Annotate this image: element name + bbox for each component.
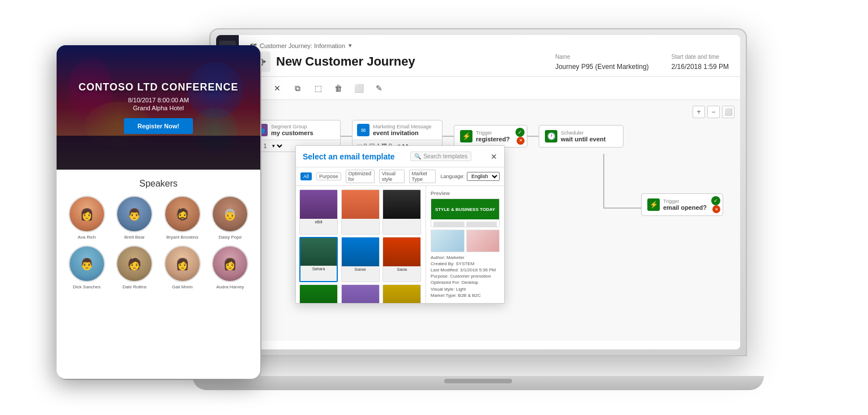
filter-purpose[interactable]: Purpose [316, 172, 341, 180]
node-dropdown[interactable]: ▾ [270, 142, 284, 149]
modal-title: Select an email template [303, 152, 395, 161]
start-date-value: 2/16/2018 1:59 PM [672, 63, 729, 71]
avatar: 👵 [212, 196, 248, 232]
x-badge: ✕ [517, 137, 525, 145]
title-row: New Customer Journey Name Journey P95 (E… [250, 51, 729, 72]
email-icon: ✉ [357, 124, 369, 136]
toolbar-paste-button[interactable]: ⬚ [311, 81, 325, 95]
speaker-name: Gail Morin [172, 284, 192, 289]
template-thumb[interactable]: Soiree [341, 237, 380, 282]
preview-info: Author: Marketer Created By: SYSTEM Last… [431, 254, 500, 299]
toolbar-remove-button[interactable]: ✕ [270, 81, 284, 95]
register-button[interactable]: Register Now! [124, 118, 193, 134]
preview-header: STYLE & BUSINESS TODAY [431, 199, 499, 219]
check-badge: ✓ [711, 196, 720, 205]
breadcrumb: 🗺 Customer Journey: Information ▾ [250, 42, 729, 49]
speaker-item: 👨 Brett Bear [114, 196, 156, 240]
language-selector: Language: English [440, 172, 500, 181]
laptop-body: ☰ ◉ ⋯ 🗺 Customer Journey: Information ▾ [209, 28, 747, 356]
preview-body [431, 219, 499, 227]
modal-search[interactable]: 🔍 Search templates [410, 152, 471, 161]
toolbar-image-button[interactable]: ⬜ [352, 81, 366, 95]
preview-large: STYLE & BUSINESS TODAY [431, 198, 500, 227]
trigger-icon: ⚡ [460, 130, 472, 142]
crm-toolbar: + ✕ ⧉ ⬚ 🗑 ⬜ ✎ [239, 77, 740, 100]
speaker-item: 🧑 Dale Rollins [114, 245, 156, 289]
avatar: 👨 [116, 196, 153, 232]
x-badge: ✕ [712, 205, 720, 213]
modal-close-button[interactable]: ✕ [491, 152, 497, 161]
toolbar-edit-button[interactable]: ✎ [372, 81, 386, 95]
breadcrumb-text: Customer Journey: Information [260, 42, 345, 49]
speaker-name: Audra Harvey [216, 284, 244, 289]
node-name: event invitation [373, 129, 432, 136]
meta-start-date: Start date and time 2/16/2018 1:59 PM [672, 54, 729, 71]
node-type: Marketing Email Message [373, 124, 432, 129]
template-thumb[interactable]: Relevance [383, 284, 421, 303]
speaker-name: Brett Bear [124, 235, 145, 240]
filter-all[interactable]: All [300, 172, 312, 180]
conference-title: CONTOSO LTD CONFERENCE [79, 81, 238, 93]
title-left: New Customer Journey [250, 51, 415, 72]
speaker-item: 👵 Daisy Pope [209, 196, 252, 240]
template-thumb[interactable]: Tourisian [341, 284, 380, 303]
avatar: 👨 [68, 245, 105, 282]
speaker-item: 👩 Gail Morin [161, 245, 204, 289]
crm-application: ☰ ◉ ⋯ 🗺 Customer Journey: Information ▾ [216, 35, 740, 349]
canvas-controls: + − ⬜ [693, 106, 734, 118]
phone-device: CONTOSO LTD CONFERENCE 8/10/2017 8:00:00… [57, 45, 260, 379]
laptop-screen: ☰ ◉ ⋯ 🗺 Customer Journey: Information ▾ [216, 35, 740, 349]
event-hero: CONTOSO LTD CONFERENCE 8/10/2017 8:00:00… [57, 45, 260, 170]
event-hero-overlay: CONTOSO LTD CONFERENCE 8/10/2017 8:00:00… [57, 45, 260, 170]
zoom-out-button[interactable]: − [707, 106, 720, 118]
template-thumb[interactable] [341, 189, 380, 235]
toolbar-delete-button[interactable]: 🗑 [332, 81, 345, 95]
template-preview: Preview STYLE & BUSINESS TODAY [426, 186, 504, 303]
filter-market[interactable]: Market Type [409, 170, 436, 183]
template-thumb[interactable]: Tourgsine [299, 284, 338, 303]
scheduler-icon: 🕐 [545, 130, 557, 142]
node-header: 👥 Segment Group my customers [251, 120, 340, 140]
toolbar-copy-button[interactable]: ⧉ [291, 81, 304, 95]
template-thumb-selected[interactable]: Sahara [299, 237, 338, 282]
language-label: Language: [440, 174, 465, 179]
fit-screen-button[interactable]: ⬜ [722, 106, 734, 118]
filter-visual[interactable]: Visual style [379, 170, 405, 183]
node-header: ✉ Marketing Email Message event invitati… [353, 120, 442, 140]
crm-header: 🗺 Customer Journey: Information ▾ [239, 35, 740, 77]
template-thumb[interactable]: eBill [299, 189, 338, 235]
speaker-item: 👨 Dick Sanches [66, 245, 108, 289]
avatar: 🧑 [116, 245, 153, 282]
lower-trigger-node[interactable]: ⚡ Trigger email opened? ✓ ✕ [641, 193, 723, 216]
node-name: registered? [476, 136, 510, 142]
template-grid: eBill [296, 186, 426, 303]
crm-meta: Name Journey P95 (Event Marketing) Start… [555, 51, 729, 71]
avatar: 👩 [68, 196, 105, 232]
zoom-in-button[interactable]: + [693, 106, 705, 118]
avatar: 👩 [212, 245, 248, 282]
modal-header: Select an email template 🔍 Search templa… [296, 146, 504, 167]
speaker-item: 👩 Ava Rich [66, 196, 108, 240]
connector [527, 136, 539, 137]
node-name: email opened? [663, 204, 707, 211]
breadcrumb-chevron[interactable]: ▾ [349, 42, 352, 49]
event-date: 8/10/2017 8:00:00 AM [128, 97, 189, 103]
trigger-node[interactable]: ⚡ Trigger registered? ✓ ✕ [454, 125, 527, 148]
speakers-heading: Speakers [66, 179, 251, 189]
speaker-name: Ava Rich [78, 235, 96, 240]
start-date-label: Start date and time [672, 54, 729, 60]
scheduler-node[interactable]: 🕐 Scheduler wait until event [539, 125, 624, 148]
email-template-modal: Select an email template 🔍 Search templa… [295, 145, 505, 304]
language-dropdown[interactable]: English [467, 172, 500, 181]
speaker-name: Dick Sanches [73, 284, 101, 289]
node-type: Trigger [663, 198, 707, 204]
node-type: Segment Group [271, 124, 313, 129]
node-type: Scheduler [561, 130, 605, 136]
event-location: Grand Alpha Hotel [133, 105, 184, 111]
avatar: 👩 [164, 245, 201, 282]
modal-filters: All Purpose Optimized for Visual style M… [296, 167, 504, 186]
template-thumb[interactable]: Savia [383, 237, 421, 282]
laptop-base [192, 376, 764, 390]
filter-optimized[interactable]: Optimized for [346, 170, 375, 183]
template-thumb[interactable] [383, 189, 421, 235]
